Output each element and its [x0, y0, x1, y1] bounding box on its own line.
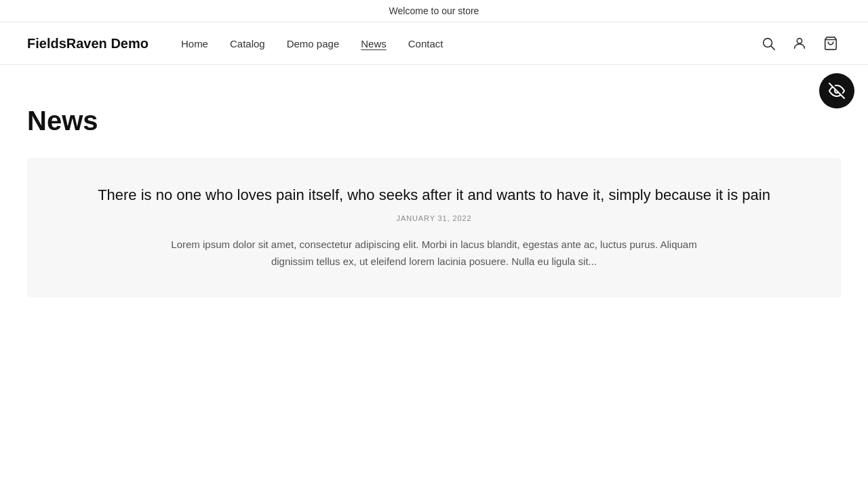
- article-title: There is no one who loves pain itself, w…: [60, 185, 808, 206]
- eye-off-button[interactable]: [819, 73, 854, 108]
- site-logo[interactable]: FieldsRaven Demo: [27, 36, 149, 52]
- eye-off-icon: [829, 83, 845, 99]
- cart-button[interactable]: [821, 33, 841, 54]
- account-icon: [792, 36, 807, 51]
- nav-contact[interactable]: Contact: [408, 38, 443, 49]
- nav-home[interactable]: Home: [181, 38, 208, 49]
- header: FieldsRaven Demo Home Catalog Demo page …: [0, 22, 868, 65]
- announcement-text: Welcome to our store: [389, 5, 479, 16]
- svg-line-1: [771, 46, 774, 49]
- search-button[interactable]: [758, 33, 778, 54]
- article-excerpt: Lorem ipsum dolor sit amet, consectetur …: [170, 236, 698, 270]
- announcement-bar: Welcome to our store: [0, 0, 868, 22]
- header-icons: [758, 33, 841, 54]
- main-content: News There is no one who loves pain itse…: [0, 65, 868, 325]
- search-icon: [761, 36, 776, 51]
- account-button[interactable]: [789, 33, 810, 54]
- page-title: News: [27, 106, 841, 136]
- header-left: FieldsRaven Demo Home Catalog Demo page …: [27, 36, 443, 52]
- nav-catalog[interactable]: Catalog: [230, 38, 265, 49]
- svg-point-2: [797, 39, 802, 43]
- article-date: JANUARY 31, 2022: [60, 214, 808, 222]
- cart-icon: [823, 36, 838, 51]
- main-nav: Home Catalog Demo page News Contact: [181, 38, 443, 49]
- article-card[interactable]: There is no one who loves pain itself, w…: [27, 158, 841, 298]
- nav-news[interactable]: News: [361, 38, 387, 49]
- nav-demo-page[interactable]: Demo page: [287, 38, 340, 49]
